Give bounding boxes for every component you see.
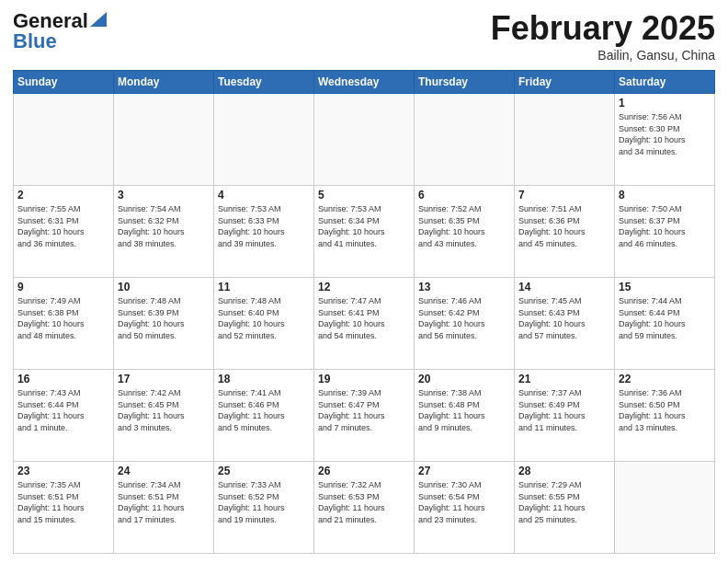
- day-info: Sunrise: 7:30 AM Sunset: 6:54 PM Dayligh…: [418, 479, 510, 525]
- day-info: Sunrise: 7:45 AM Sunset: 6:43 PM Dayligh…: [518, 295, 610, 341]
- calendar-cell: 22Sunrise: 7:36 AM Sunset: 6:50 PM Dayli…: [615, 370, 715, 462]
- day-number: 16: [17, 373, 109, 385]
- location: Bailin, Gansu, China: [491, 48, 715, 63]
- page: General Blue February 2025 Bailin, Gansu…: [0, 0, 728, 563]
- day-number: 12: [318, 281, 410, 293]
- logo-blue: Blue: [13, 29, 57, 53]
- day-number: 1: [619, 97, 711, 109]
- day-number: 21: [518, 373, 610, 385]
- day-info: Sunrise: 7:53 AM Sunset: 6:34 PM Dayligh…: [318, 203, 410, 249]
- day-info: Sunrise: 7:39 AM Sunset: 6:47 PM Dayligh…: [318, 387, 410, 433]
- day-number: 7: [518, 189, 610, 201]
- calendar-cell: 8Sunrise: 7:50 AM Sunset: 6:37 PM Daylig…: [615, 186, 715, 278]
- calendar-cell: 1Sunrise: 7:56 AM Sunset: 6:30 PM Daylig…: [615, 94, 715, 186]
- col-header-saturday: Saturday: [615, 71, 715, 94]
- calendar-cell: [114, 94, 214, 186]
- calendar-cell: 27Sunrise: 7:30 AM Sunset: 6:54 PM Dayli…: [415, 462, 515, 554]
- calendar-cell: 10Sunrise: 7:48 AM Sunset: 6:39 PM Dayli…: [114, 278, 214, 370]
- day-number: 15: [619, 281, 711, 293]
- day-number: 8: [619, 189, 711, 201]
- day-number: 9: [17, 281, 109, 293]
- day-number: 28: [518, 465, 610, 477]
- day-number: 19: [318, 373, 410, 385]
- calendar-cell: 14Sunrise: 7:45 AM Sunset: 6:43 PM Dayli…: [515, 278, 615, 370]
- calendar-week-4: 16Sunrise: 7:43 AM Sunset: 6:44 PM Dayli…: [14, 370, 715, 462]
- day-info: Sunrise: 7:42 AM Sunset: 6:45 PM Dayligh…: [118, 387, 210, 433]
- calendar-cell: 18Sunrise: 7:41 AM Sunset: 6:46 PM Dayli…: [214, 370, 314, 462]
- calendar-table: SundayMondayTuesdayWednesdayThursdayFrid…: [13, 70, 715, 554]
- day-info: Sunrise: 7:43 AM Sunset: 6:44 PM Dayligh…: [17, 387, 109, 433]
- col-header-thursday: Thursday: [415, 71, 515, 94]
- calendar-cell: 21Sunrise: 7:37 AM Sunset: 6:49 PM Dayli…: [515, 370, 615, 462]
- col-header-wednesday: Wednesday: [314, 71, 415, 94]
- calendar-cell: [515, 94, 615, 186]
- day-info: Sunrise: 7:34 AM Sunset: 6:51 PM Dayligh…: [118, 479, 210, 525]
- col-header-monday: Monday: [114, 71, 214, 94]
- day-number: 2: [17, 189, 109, 201]
- calendar-cell: 17Sunrise: 7:42 AM Sunset: 6:45 PM Dayli…: [114, 370, 214, 462]
- col-header-sunday: Sunday: [14, 71, 114, 94]
- calendar-cell: 9Sunrise: 7:49 AM Sunset: 6:38 PM Daylig…: [14, 278, 114, 370]
- calendar-cell: 20Sunrise: 7:38 AM Sunset: 6:48 PM Dayli…: [415, 370, 515, 462]
- header: General Blue February 2025 Bailin, Gansu…: [13, 9, 715, 63]
- calendar-cell: [415, 94, 515, 186]
- calendar-week-1: 1Sunrise: 7:56 AM Sunset: 6:30 PM Daylig…: [14, 94, 715, 186]
- title-block: February 2025 Bailin, Gansu, China: [491, 9, 715, 63]
- day-info: Sunrise: 7:48 AM Sunset: 6:40 PM Dayligh…: [218, 295, 310, 341]
- calendar-cell: 16Sunrise: 7:43 AM Sunset: 6:44 PM Dayli…: [14, 370, 114, 462]
- calendar-week-5: 23Sunrise: 7:35 AM Sunset: 6:51 PM Dayli…: [14, 462, 715, 554]
- day-number: 18: [218, 373, 310, 385]
- calendar-cell: 11Sunrise: 7:48 AM Sunset: 6:40 PM Dayli…: [214, 278, 314, 370]
- calendar-cell: 12Sunrise: 7:47 AM Sunset: 6:41 PM Dayli…: [314, 278, 415, 370]
- col-header-friday: Friday: [515, 71, 615, 94]
- day-info: Sunrise: 7:56 AM Sunset: 6:30 PM Dayligh…: [619, 111, 711, 157]
- day-info: Sunrise: 7:55 AM Sunset: 6:31 PM Dayligh…: [17, 203, 109, 249]
- day-number: 23: [17, 465, 109, 477]
- calendar-header-row: SundayMondayTuesdayWednesdayThursdayFrid…: [14, 71, 715, 94]
- calendar-week-3: 9Sunrise: 7:49 AM Sunset: 6:38 PM Daylig…: [14, 278, 715, 370]
- day-number: 13: [418, 281, 510, 293]
- day-info: Sunrise: 7:44 AM Sunset: 6:44 PM Dayligh…: [619, 295, 711, 341]
- day-number: 17: [118, 373, 210, 385]
- calendar-cell: 7Sunrise: 7:51 AM Sunset: 6:36 PM Daylig…: [515, 186, 615, 278]
- logo: General Blue: [13, 9, 107, 53]
- calendar-cell: [214, 94, 314, 186]
- svg-marker-0: [90, 12, 107, 27]
- day-number: 22: [619, 373, 711, 385]
- day-number: 11: [218, 281, 310, 293]
- day-info: Sunrise: 7:29 AM Sunset: 6:55 PM Dayligh…: [518, 479, 610, 525]
- day-info: Sunrise: 7:50 AM Sunset: 6:37 PM Dayligh…: [619, 203, 711, 249]
- calendar-cell: 5Sunrise: 7:53 AM Sunset: 6:34 PM Daylig…: [314, 186, 415, 278]
- calendar-cell: 28Sunrise: 7:29 AM Sunset: 6:55 PM Dayli…: [515, 462, 615, 554]
- day-number: 3: [118, 189, 210, 201]
- day-info: Sunrise: 7:38 AM Sunset: 6:48 PM Dayligh…: [418, 387, 510, 433]
- month-title: February 2025: [491, 9, 715, 48]
- logo-icon: [90, 12, 107, 27]
- calendar-cell: [14, 94, 114, 186]
- day-number: 5: [318, 189, 410, 201]
- calendar-cell: [615, 462, 715, 554]
- day-info: Sunrise: 7:36 AM Sunset: 6:50 PM Dayligh…: [619, 387, 711, 433]
- calendar-cell: 23Sunrise: 7:35 AM Sunset: 6:51 PM Dayli…: [14, 462, 114, 554]
- calendar-cell: 25Sunrise: 7:33 AM Sunset: 6:52 PM Dayli…: [214, 462, 314, 554]
- day-info: Sunrise: 7:51 AM Sunset: 6:36 PM Dayligh…: [518, 203, 610, 249]
- day-number: 24: [118, 465, 210, 477]
- calendar-cell: 3Sunrise: 7:54 AM Sunset: 6:32 PM Daylig…: [114, 186, 214, 278]
- day-number: 20: [418, 373, 510, 385]
- day-info: Sunrise: 7:46 AM Sunset: 6:42 PM Dayligh…: [418, 295, 510, 341]
- day-info: Sunrise: 7:52 AM Sunset: 6:35 PM Dayligh…: [418, 203, 510, 249]
- day-info: Sunrise: 7:35 AM Sunset: 6:51 PM Dayligh…: [17, 479, 109, 525]
- calendar-cell: 26Sunrise: 7:32 AM Sunset: 6:53 PM Dayli…: [314, 462, 415, 554]
- day-number: 25: [218, 465, 310, 477]
- day-number: 4: [218, 189, 310, 201]
- calendar-cell: 2Sunrise: 7:55 AM Sunset: 6:31 PM Daylig…: [14, 186, 114, 278]
- calendar-cell: 13Sunrise: 7:46 AM Sunset: 6:42 PM Dayli…: [415, 278, 515, 370]
- calendar-cell: 24Sunrise: 7:34 AM Sunset: 6:51 PM Dayli…: [114, 462, 214, 554]
- day-info: Sunrise: 7:41 AM Sunset: 6:46 PM Dayligh…: [218, 387, 310, 433]
- day-info: Sunrise: 7:48 AM Sunset: 6:39 PM Dayligh…: [118, 295, 210, 341]
- day-info: Sunrise: 7:49 AM Sunset: 6:38 PM Dayligh…: [17, 295, 109, 341]
- day-info: Sunrise: 7:33 AM Sunset: 6:52 PM Dayligh…: [218, 479, 310, 525]
- day-info: Sunrise: 7:32 AM Sunset: 6:53 PM Dayligh…: [318, 479, 410, 525]
- calendar-cell: [314, 94, 415, 186]
- calendar-cell: 6Sunrise: 7:52 AM Sunset: 6:35 PM Daylig…: [415, 186, 515, 278]
